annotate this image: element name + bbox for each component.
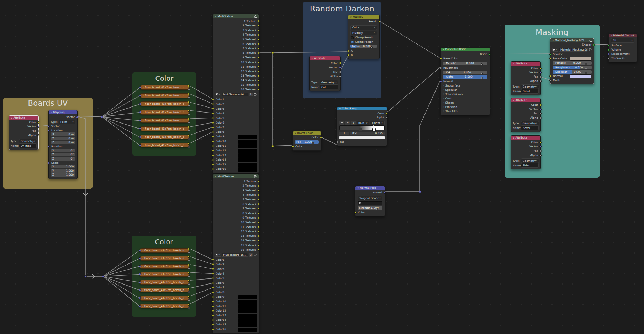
socket-vector-input[interactable]	[139, 305, 141, 307]
stop-index-field[interactable]: 1	[339, 132, 349, 135]
image-texture-node[interactable]: › floor_board_41x7cm_beech_d_03.jpg	[140, 101, 189, 106]
factor-slider[interactable]: Factor0.200	[350, 45, 377, 48]
collapsed-section-row[interactable]: ›Thin Film	[441, 109, 490, 114]
nodetree-name-field[interactable]: MultiTexture-16...	[222, 253, 248, 257]
image-texture-node[interactable]: › floor_board_41x7cm_beech_n_03.jpg	[139, 264, 189, 269]
user-count-badge[interactable]: 2	[249, 93, 253, 96]
socket-normal-output[interactable]	[384, 192, 386, 194]
socket-color-input[interactable]	[212, 136, 214, 138]
socket-color-input[interactable]	[354, 212, 357, 214]
collapse-icon[interactable]: ›	[142, 249, 143, 252]
socket-color-input[interactable]	[212, 319, 214, 321]
socket-color-output[interactable]	[539, 141, 542, 143]
node-header[interactable]: ∨ Color Ramp	[337, 107, 387, 110]
node-editor-canvas[interactable]: Boards UV Color Color Random Darken Mask…	[0, 0, 644, 334]
socket-color-input[interactable]	[212, 277, 214, 279]
socket-vector-input[interactable]	[48, 125, 50, 127]
metallic-slider[interactable]: Metallic0.000	[553, 61, 592, 65]
mix-datatype-dropdown[interactable]: Color∨	[350, 25, 377, 30]
socket-vector-input[interactable]	[139, 127, 141, 130]
collapse-icon[interactable]: ∨	[339, 108, 341, 110]
color-swatch[interactable]	[238, 328, 257, 332]
value-field[interactable]: Z1.000	[51, 173, 75, 177]
expand-icon[interactable]: ›	[443, 84, 444, 87]
image-texture-node[interactable]: › floor_board_41x7cm_beech_n_06.jpg	[139, 288, 189, 292]
stop-color-swatch[interactable]	[339, 136, 385, 139]
output-target-dropdown[interactable]: All∨	[611, 38, 634, 43]
image-texture-node[interactable]: › floor_board_41x7cm_beech_n_02.jpg	[139, 256, 189, 261]
socket-vector-input[interactable]	[139, 136, 141, 138]
socket-color-input[interactable]	[212, 287, 214, 289]
collapse-icon[interactable]: ›	[142, 289, 143, 292]
socket-color-output[interactable]	[258, 194, 260, 196]
socket-base-color-input[interactable]	[440, 58, 442, 60]
socket-color-output[interactable]	[258, 38, 260, 41]
socket-alpha-output[interactable]	[188, 251, 190, 254]
socket-vector-output[interactable]	[76, 116, 78, 118]
collapse-icon[interactable]: ›	[143, 136, 144, 139]
socket-surface-input[interactable]	[608, 45, 610, 47]
node-header[interactable]: ∨Attribute	[511, 98, 540, 102]
socket-color-output[interactable]	[258, 79, 260, 82]
socket-vector-input[interactable]	[139, 297, 141, 299]
socket-color-input[interactable]	[212, 263, 214, 265]
socket-normal-input[interactable]	[440, 80, 442, 83]
socket-shader-output[interactable]	[593, 44, 595, 46]
socket-color-output[interactable]	[258, 235, 260, 237]
ramp-options-dropdown[interactable]: ∨	[351, 121, 356, 125]
attribute-name-field[interactable]: Bevel	[521, 126, 539, 130]
color-swatch[interactable]	[238, 149, 257, 153]
fake-user-shield-icon[interactable]	[588, 48, 592, 52]
fac-slider[interactable]: Fac1.000	[295, 140, 319, 144]
stop-position-field[interactable]: Pos0.755	[350, 132, 385, 135]
socket-roughness-input[interactable]	[585, 68, 587, 69]
socket-factor-input[interactable]	[370, 46, 373, 48]
socket-color-output[interactable]	[188, 85, 190, 87]
socket-vector-input[interactable]	[139, 103, 141, 105]
socket-vector-input[interactable]	[139, 281, 141, 283]
socket-rotation-input[interactable]	[48, 146, 50, 148]
socket-strength-input[interactable]	[376, 208, 378, 210]
remove-stop-button[interactable]: −	[345, 121, 350, 125]
socket-roughness-input[interactable]	[440, 67, 442, 69]
node-mapping[interactable]: ∨ Mapping Vector Type:Point∨ Vector Loca…	[48, 110, 78, 179]
base-color-swatch[interactable]	[570, 57, 591, 61]
socket-base-color-input[interactable]	[549, 58, 551, 60]
node-header[interactable]: ∨ Normal Map	[355, 186, 385, 190]
node-attribute-col[interactable]: ∨ Attribute Color Vector Fac Alpha Type:…	[309, 56, 341, 91]
image-texture-node[interactable]: › floor_board_41x7cm_beech_d_06.jpg	[140, 126, 189, 131]
socket-vector-output[interactable]	[539, 146, 542, 148]
socket-color-input[interactable]	[212, 145, 214, 147]
attribute-type-dropdown[interactable]: Geometry∨	[19, 139, 37, 143]
socket-color-input[interactable]	[212, 314, 214, 317]
image-texture-node[interactable]: › floor_board_41x7cm_beech_n_04.jpg	[139, 272, 189, 277]
expand-icon[interactable]: ›	[443, 101, 444, 104]
socket-color-input[interactable]	[212, 140, 214, 142]
node-attribute-grout[interactable]: ∨Attribute Color Vector Fac Alpha Type:G…	[511, 61, 541, 95]
socket-fac-output[interactable]	[539, 113, 542, 115]
user-count-badge[interactable]: 2	[249, 253, 253, 257]
attribute-type-dropdown[interactable]: Geometry∨	[521, 158, 539, 163]
collapse-icon[interactable]: ∨	[552, 39, 554, 41]
reroute-node[interactable]	[101, 116, 103, 118]
attribute-name-field[interactable]: uv_map	[19, 143, 37, 148]
socket-color-output[interactable]	[188, 126, 190, 128]
reroute-node[interactable]	[419, 191, 421, 193]
socket-color-output[interactable]	[37, 121, 39, 124]
collapse-icon[interactable]: ∨	[311, 57, 313, 59]
node-attribute-bevel[interactable]: ∨Attribute Color Vector Fac Alpha Type:G…	[511, 98, 541, 132]
collapse-icon[interactable]: ›	[143, 86, 144, 89]
socket-vector-input[interactable]	[139, 265, 141, 267]
node-header[interactable]: ∨Attribute	[511, 136, 540, 140]
socket-color-input[interactable]	[212, 328, 214, 330]
socket-color-input[interactable]	[212, 310, 214, 312]
socket-alpha-output[interactable]	[188, 130, 190, 132]
socket-vector-input[interactable]	[139, 87, 141, 89]
socket-color-output[interactable]	[258, 189, 260, 192]
collapse-icon[interactable]: ›	[143, 144, 144, 147]
color-swatch[interactable]	[238, 300, 257, 304]
socket-color-input[interactable]	[212, 117, 214, 119]
socket-color-input[interactable]	[212, 126, 214, 129]
value-field[interactable]: Y0°	[51, 153, 75, 156]
socket-color-output[interactable]	[188, 248, 190, 250]
